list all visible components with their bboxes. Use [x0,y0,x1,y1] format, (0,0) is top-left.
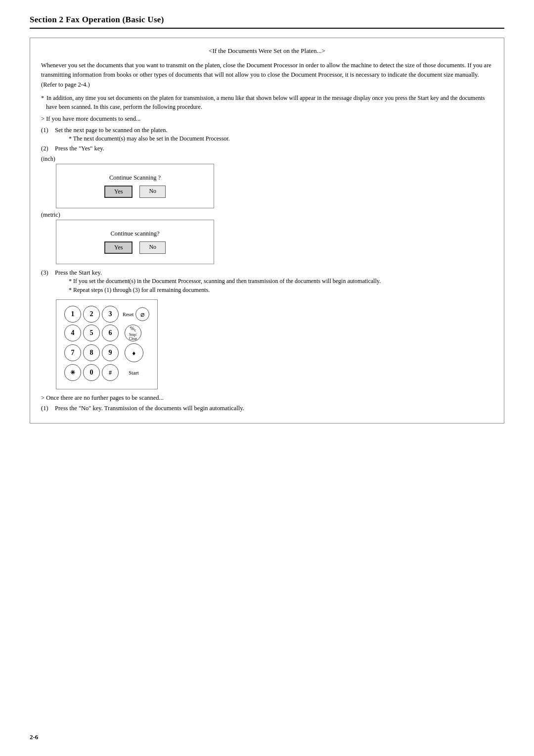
once-step-1: (1) Press the "No" key. Transmission of … [41,405,493,412]
key-7[interactable]: 7 [64,344,81,361]
step-1-num: (1) [41,127,52,134]
body-paragraph: Whenever you set the documents that you … [41,61,493,90]
key-4[interactable]: 4 [64,325,81,341]
step-2-content: Press the "Yes" key. [55,145,493,152]
once-step-num: (1) [41,405,52,412]
stop-label: Stop/Clear [129,333,137,341]
step-3: (3) Press the Start key. * If you set th… [41,269,493,294]
stop-key-group: %c Stop/Clear [125,325,141,341]
metric-question: Continue scanning? [111,230,160,237]
key-2[interactable]: 2 [83,306,100,323]
step-2-num: (2) [41,145,52,152]
keypad-row-3: 7 8 9 ⬧ [64,343,149,362]
reset-key-group: Reset [123,312,134,317]
step-3-content: Press the Start key. * If you set the do… [55,269,493,294]
stop-percent: %c [130,325,136,333]
page: Section 2 Fax Operation (Basic Use) <If … [0,0,534,756]
key-9[interactable]: 9 [102,344,119,361]
step-3-sub2: * Repeat steps (1) through (3) for all r… [55,285,493,294]
keypad-row-4: ✳ 0 # Start [64,364,149,381]
once-more-label: > Once there are no further pages to be … [41,394,493,402]
key-5[interactable]: 5 [83,325,100,341]
reset-label: Reset [123,312,134,317]
step-3-sub1: * If you set the document(s) in the Docu… [55,277,493,285]
inch-buttons: Yes No [104,186,166,198]
metric-yes-button[interactable]: Yes [104,241,133,254]
metric-no-button[interactable]: No [139,241,166,254]
step-1: (1) Set the next page to be scanned on t… [41,127,493,143]
keypad-wrapper: 1 2 3 Reset ⌀ 4 5 6 %c Stop [56,299,493,389]
keypad-row-1: 1 2 3 Reset ⌀ [64,306,149,323]
inch-no-button[interactable]: No [139,186,166,198]
inch-display-box: Continue Scanning ? Yes No [56,164,214,208]
once-step-content: Press the "No" key. Transmission of the … [55,405,493,412]
step-2: (2) Press the "Yes" key. [41,145,493,152]
key-3[interactable]: 3 [102,306,119,323]
page-footer: 2-6 [30,733,38,741]
main-content-box: <If the Documents Were Set on the Platen… [30,38,504,424]
note1: * In addition, any time you set document… [41,94,493,111]
section-header: Section 2 Fax Operation (Basic Use) [30,15,504,29]
key-6[interactable]: 6 [102,325,119,341]
if-more-docs-label: > If you have more documents to send... [41,115,493,123]
start-label: Start [129,370,139,376]
key-8[interactable]: 8 [83,344,100,361]
keypad-box: 1 2 3 Reset ⌀ 4 5 6 %c Stop [56,299,158,389]
start-button[interactable]: ⬧ [125,343,143,362]
metric-unit-label: (metric) [41,211,493,219]
step-1-content: Set the next page to be scanned on the p… [55,127,493,143]
step-3-num: (3) [41,269,52,277]
reset-button[interactable]: ⌀ [135,307,149,321]
metric-buttons: Yes No [104,241,166,254]
key-0[interactable]: 0 [83,364,100,381]
start-diamond-icon: ⬧ [132,348,136,357]
key-1[interactable]: 1 [64,306,81,323]
key-star[interactable]: ✳ [64,364,81,381]
platen-header: <If the Documents Were Set on the Platen… [41,47,493,55]
note-star: * [41,94,44,101]
inch-yes-button[interactable]: Yes [104,186,133,198]
stop-clear-button[interactable]: %c Stop/Clear [125,325,141,341]
metric-display-box: Continue scanning? Yes No [56,220,214,264]
inch-unit-label: (inch) [41,155,493,163]
key-hash[interactable]: # [102,364,119,381]
start-key-group: ⬧ [125,343,143,362]
step-1-sub: * The next document(s) may also be set i… [55,134,493,143]
keypad-row-2: 4 5 6 %c Stop/Clear [64,325,149,341]
inch-question: Continue Scanning ? [109,174,161,182]
